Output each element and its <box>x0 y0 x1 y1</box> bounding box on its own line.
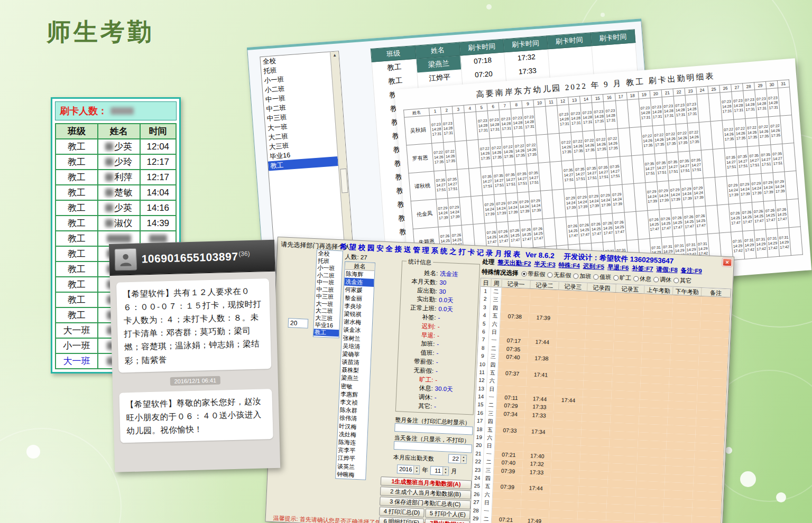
day-cell: 6 <box>478 328 490 336</box>
name-text: 少玲 <box>114 157 132 167</box>
pm-attendance-cell[interactable] <box>663 515 692 523</box>
weekday-cell: 二 <box>491 287 502 296</box>
radio-label: 调休 <box>660 276 672 284</box>
stepper-arrows[interactable]: ▲ ▼ <box>460 455 467 463</box>
day-cell: 21 <box>473 449 484 457</box>
grid-body: 1二2三3四4五07:3817:395六6日7一07:1717:448二07:3… <box>470 287 731 523</box>
month-stepper[interactable]: 11 ▲ ▼ <box>430 466 449 476</box>
scroll-up-icon[interactable]: ▲ <box>333 53 337 58</box>
time-entry: 17:35 <box>433 158 445 164</box>
time-entry: 17:47 <box>649 226 660 232</box>
class-cell: 教工 <box>56 292 98 307</box>
blurred-time <box>149 235 167 242</box>
action-button[interactable]: 5 打印个人(E) <box>425 509 470 520</box>
time-entry: 17:39 <box>449 213 461 219</box>
workdays-stepper[interactable]: 22 ▲ ▼ <box>448 454 467 464</box>
stat-value: 0.0天 <box>439 296 454 305</box>
process-link[interactable]: 早退:F6 <box>607 263 629 272</box>
time-entry: 17:51 <box>482 183 494 189</box>
time-entry: 17:31 <box>512 125 524 130</box>
department-item[interactable]: 教工 <box>313 329 339 337</box>
time-entry: 17:35 <box>759 133 770 139</box>
time-entry: 17:47 <box>533 235 545 241</box>
process-link[interactable]: 整天出勤:F2 <box>497 258 531 268</box>
department-item[interactable]: 小一班 <box>316 264 342 273</box>
department-item[interactable]: 全校 <box>317 250 343 258</box>
day-cell: 4 <box>479 311 491 320</box>
person-listbox[interactable]: 姓名 陈海辉冼金连何家媛黎金丽李炎珍梁锐祺谢水梅谈金冰张树兰吴培清梁确莘谈苗清聂… <box>335 262 375 480</box>
process-link[interactable]: 请假:F8 <box>656 265 678 274</box>
person-item[interactable]: 江烨平 <box>336 454 366 464</box>
record-cell[interactable]: 17:49 <box>520 516 549 523</box>
weekday-cell: 日 <box>489 328 500 337</box>
weekday-cell: 二 <box>488 344 500 352</box>
time-entry: 17:47 <box>684 223 695 229</box>
department-item[interactable]: 毕业16 <box>313 321 339 330</box>
time-entry: 17:47 <box>765 217 777 223</box>
stat-value: 0.0天 <box>438 305 453 314</box>
stat-value: - <box>436 358 439 367</box>
stat-value: - <box>438 313 440 322</box>
person-item[interactable]: 谈金冰 <box>342 326 372 335</box>
report-time-cell <box>782 143 796 172</box>
blurred-name <box>107 235 131 242</box>
special-option[interactable]: 旷工 <box>613 274 632 282</box>
card-column-header: 班级 <box>56 124 98 139</box>
person-item[interactable]: 何家媛 <box>344 286 374 295</box>
process-link[interactable]: 特殊:F4 <box>558 261 580 270</box>
record-cell[interactable] <box>577 519 606 523</box>
process-link[interactable]: 备注:F9 <box>680 266 702 275</box>
misc-value-box[interactable]: 20 <box>288 318 309 329</box>
time-entry: 17:35 <box>584 147 596 153</box>
process-link[interactable]: 半天:F3 <box>534 260 556 269</box>
special-option[interactable]: 调休 <box>653 275 672 284</box>
blurred-name-part <box>105 204 113 212</box>
stepper-down-icon[interactable]: ▼ <box>414 470 419 473</box>
person-item[interactable]: 钟晼梅 <box>336 470 366 480</box>
weekday-cell: 五 <box>482 482 493 491</box>
time-entry: 17:51 <box>668 169 679 174</box>
grid-column-header: 记录五 <box>616 284 645 293</box>
time-entry: 17:39 <box>670 197 681 202</box>
department-item[interactable]: 中一班 <box>316 278 342 287</box>
special-option[interactable]: 带薪假 <box>521 269 546 278</box>
scrollbar-thumb[interactable] <box>340 169 348 193</box>
stepper-down-icon[interactable]: ▼ <box>461 459 466 463</box>
class-cell: 教工 <box>56 154 98 170</box>
department-listbox[interactable]: 全校托班小一班小二班中一班中二班中三班大一班大二班大三班毕业16教工 <box>313 249 343 338</box>
time-entry: 17:31 <box>744 106 756 112</box>
special-option[interactable]: 加班 <box>573 272 592 280</box>
department-item[interactable]: 大二班 <box>315 307 340 315</box>
record-cell[interactable] <box>549 518 578 523</box>
action-button[interactable]: 7导出数据(G) <box>425 519 470 523</box>
note-cell[interactable] <box>691 516 721 523</box>
time-entry: 17:47 <box>486 239 498 245</box>
weekday-cell: 三 <box>485 409 496 417</box>
card-row: 教工少英12:04 <box>56 139 176 154</box>
year-stepper[interactable]: 2016 ▲ ▼ <box>397 464 420 474</box>
time-entry: 17:31 <box>501 125 512 131</box>
name-text: 少英 <box>114 142 132 152</box>
weekday-cell: 六 <box>482 490 493 499</box>
slide-canvas: 师生考勤 全校托班小一班小二班中一班中二班中三班大一班大二班大三班毕业16教工 … <box>0 0 812 523</box>
radio-label: 休息 <box>640 275 652 283</box>
day-cell: 2 <box>480 295 491 303</box>
process-link[interactable]: 补签:F7 <box>632 264 653 273</box>
process-link[interactable]: 迟到:F5 <box>583 262 605 271</box>
special-option[interactable]: 值班 <box>593 273 612 281</box>
close-button[interactable]: × <box>722 258 732 267</box>
stepper-down-icon[interactable]: ▼ <box>443 471 448 474</box>
department-item[interactable]: 中三班 <box>315 293 341 301</box>
action-button[interactable]: 6 明细打印(F) <box>379 517 424 523</box>
special-option[interactable]: 休息 <box>633 274 652 283</box>
radio-icon <box>521 271 527 276</box>
stepper-arrows[interactable]: ▲ ▼ <box>413 466 420 474</box>
radio-label: 其它 <box>680 276 692 285</box>
blurred-name-part <box>105 158 113 166</box>
action-button[interactable]: 4 打印汇总(D) <box>379 507 425 518</box>
record-cell[interactable]: 07:21 <box>492 515 521 523</box>
stepper-arrows[interactable]: ▲ ▼ <box>442 467 449 475</box>
time-entry: 17:51 <box>516 180 528 186</box>
special-option[interactable]: 其它 <box>673 276 692 285</box>
special-option[interactable]: 无薪假 <box>547 270 571 279</box>
